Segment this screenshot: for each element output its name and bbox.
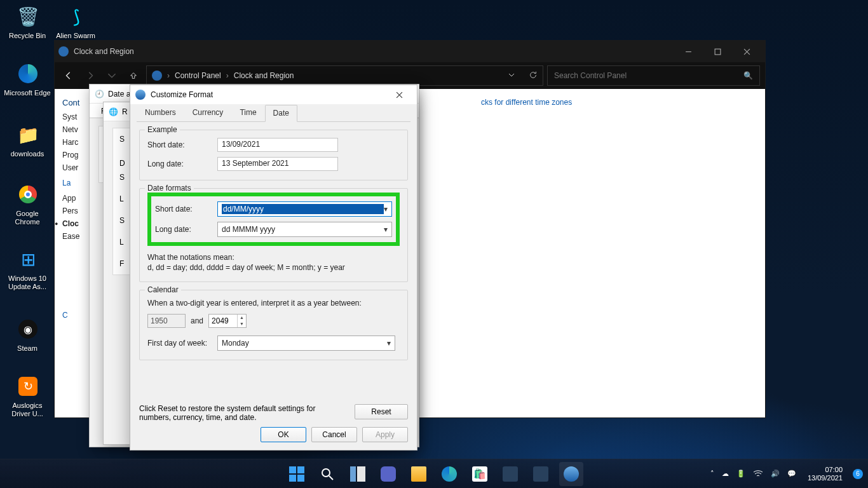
desktop-icon-recycle-bin[interactable]: 🗑️ Recycle Bin xyxy=(4,4,52,40)
control-panel-icon xyxy=(152,71,162,81)
year-range-to-field[interactable]: ▲▼ xyxy=(208,314,247,328)
taskbar: 🛍️ ˄ ☁ 🔋 🔊 💬 07:00 13/09/2021 6 xyxy=(0,459,868,488)
first-day-combobox[interactable]: Monday ▾ xyxy=(217,336,395,351)
short-date-format-label: Short date: xyxy=(155,205,217,214)
desktop-icon-label: Google Chrome xyxy=(4,210,51,226)
taskbar-clock[interactable]: 07:00 13/09/2021 xyxy=(808,466,843,482)
year-range-and-label: and xyxy=(191,316,203,325)
battery-icon[interactable]: 🔋 xyxy=(736,470,745,478)
short-date-format-combobox[interactable]: dd/MM/yyyy ▾ xyxy=(217,201,392,217)
search-box[interactable]: 🔍 xyxy=(547,65,760,86)
dialog-titlebar[interactable]: Customize Format xyxy=(130,85,417,104)
chrome-icon xyxy=(15,182,41,207)
window-title: Clock and Region xyxy=(74,47,134,56)
tab-date[interactable]: Date xyxy=(265,105,297,122)
first-day-value: Monday xyxy=(222,339,387,348)
recent-dropdown-button[interactable] xyxy=(103,67,121,85)
minimize-button[interactable] xyxy=(674,42,703,61)
onedrive-icon[interactable]: ☁ xyxy=(722,470,729,478)
notification-badge[interactable]: 6 xyxy=(853,469,863,479)
refresh-button[interactable] xyxy=(529,71,538,81)
clock-time: 07:00 xyxy=(808,466,843,474)
close-button[interactable] xyxy=(732,42,761,61)
desktop-icon-label: Steam xyxy=(4,344,51,353)
desktop-icon-chrome[interactable]: Google Chrome xyxy=(4,182,52,226)
clock-date: 13/09/2021 xyxy=(808,474,843,482)
edge-icon xyxy=(15,61,41,86)
cancel-button[interactable]: Cancel xyxy=(311,427,357,442)
wifi-icon[interactable] xyxy=(753,470,763,478)
steam-icon: ◉ xyxy=(15,316,41,342)
task-link[interactable]: cks for different time zones xyxy=(481,98,572,107)
spinner-down-icon[interactable]: ▼ xyxy=(238,321,246,327)
search-button[interactable] xyxy=(315,462,339,486)
forward-button[interactable] xyxy=(81,67,99,85)
chevron-down-icon: ▾ xyxy=(384,225,388,234)
date-formats-group: Date formats Short date: dd/MM/yyyy ▾ Lo… xyxy=(139,188,408,282)
alien-icon: ⟆ xyxy=(64,4,89,29)
long-date-format-combobox[interactable]: dd MMMM yyyy ▾ xyxy=(217,222,392,237)
taskbar-app-active[interactable] xyxy=(559,462,583,486)
desktop-icon-win10-update[interactable]: ⊞ Windows 10 Update As... xyxy=(4,247,52,291)
example-group: Example Short date: 13/09/2021 Long date… xyxy=(139,130,408,180)
breadcrumb-segment[interactable]: Control Panel xyxy=(175,71,221,80)
window-titlebar[interactable]: Clock and Region xyxy=(55,41,765,62)
tab-numbers[interactable]: Numbers xyxy=(137,104,184,121)
chevron-right-icon: › xyxy=(167,71,170,80)
year-from-input xyxy=(148,315,176,327)
svg-point-6 xyxy=(322,469,330,477)
svg-rect-1 xyxy=(715,49,721,55)
start-button[interactable] xyxy=(285,462,309,486)
action-center-icon[interactable]: 💬 xyxy=(787,470,796,478)
dialog-title: R xyxy=(122,107,128,116)
desktop-icon-downloads[interactable]: 📁 downloads xyxy=(4,122,52,158)
year-to-input[interactable] xyxy=(209,315,237,327)
auslogics-icon: ↻ xyxy=(15,374,41,399)
notation-body: d, dd = day; ddd, dddd = day of week; M … xyxy=(147,262,400,273)
tray-chevron-icon[interactable]: ˄ xyxy=(710,470,714,478)
desktop-icon-auslogics[interactable]: ↻ Auslogics Driver U... xyxy=(4,374,52,418)
apply-button[interactable]: Apply xyxy=(362,427,408,442)
recycle-bin-icon: 🗑️ xyxy=(15,4,41,29)
tab-strip: Numbers Currency Time Date xyxy=(130,104,417,121)
annotation-highlight: Short date: dd/MM/yyyy ▾ Long date: dd M… xyxy=(147,193,400,246)
back-button[interactable] xyxy=(60,67,78,85)
volume-icon[interactable]: 🔊 xyxy=(771,470,780,478)
spinner-up-icon[interactable]: ▲ xyxy=(238,315,246,321)
desktop-icon-label: Alien Swarm xyxy=(52,32,99,40)
tab-time[interactable]: Time xyxy=(231,104,264,121)
desktop-icon-alien-swarm[interactable]: ⟆ Alien Swarm xyxy=(52,4,100,40)
control-panel-icon xyxy=(58,46,69,57)
desktop-icon-steam[interactable]: ◉ Steam xyxy=(4,316,52,353)
dialog-title: Customize Format xyxy=(151,90,213,99)
notation-heading: What the notations mean: xyxy=(147,252,400,262)
address-dropdown-button[interactable] xyxy=(508,71,515,80)
folder-icon: 📁 xyxy=(15,122,41,147)
desktop-icon-edge[interactable]: Microsoft Edge xyxy=(4,61,52,97)
edge-button[interactable] xyxy=(437,462,461,486)
search-icon: 🔍 xyxy=(743,71,753,80)
search-input[interactable] xyxy=(554,71,743,80)
taskbar-app[interactable] xyxy=(498,462,522,486)
reset-button[interactable]: Reset xyxy=(355,404,408,419)
ok-button[interactable]: OK xyxy=(261,427,306,442)
task-view-button[interactable] xyxy=(346,462,370,486)
store-button[interactable]: 🛍️ xyxy=(468,462,492,486)
tab-currency[interactable]: Currency xyxy=(184,104,232,121)
close-button[interactable] xyxy=(386,86,412,103)
desktop-icon-label: Recycle Bin xyxy=(4,32,51,40)
maximize-button[interactable] xyxy=(703,42,732,61)
short-date-example-label: Short date: xyxy=(147,140,217,149)
address-bar[interactable]: › Control Panel › Clock and Region xyxy=(146,65,543,86)
long-date-format-label: Long date: xyxy=(155,225,217,234)
up-button[interactable] xyxy=(125,67,142,85)
taskbar-app[interactable] xyxy=(529,462,553,486)
desktop-icon-label: Windows 10 Update As... xyxy=(4,274,51,291)
breadcrumb-segment[interactable]: Clock and Region xyxy=(234,71,294,80)
group-legend: Example xyxy=(145,125,180,134)
explorer-button[interactable] xyxy=(407,462,431,486)
chevron-down-icon: ▾ xyxy=(384,205,388,214)
globe-clock-icon xyxy=(135,90,146,100)
chat-button[interactable] xyxy=(376,462,400,486)
long-date-format-value: dd MMMM yyyy xyxy=(222,225,384,234)
